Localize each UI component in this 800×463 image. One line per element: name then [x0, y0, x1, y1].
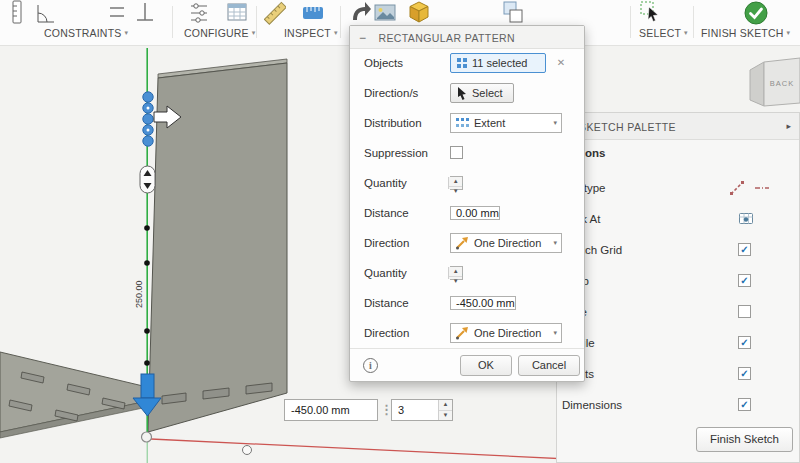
quantity-float-input[interactable]: 3 ▲ ▼	[391, 399, 453, 421]
extent-icon	[455, 117, 469, 129]
dimension-label[interactable]: 250.00	[134, 280, 144, 308]
construction-line-icon[interactable]	[729, 180, 745, 196]
dialog-row-distance-1: Distance 0.00 mm	[350, 198, 584, 228]
objects-label: Objects	[364, 48, 403, 78]
direction-label: Direction	[364, 228, 409, 258]
look-at-icon[interactable]	[738, 211, 754, 227]
menu-configure[interactable]: CONFIGURE▾	[184, 27, 256, 39]
toolbar-separator	[630, 6, 631, 38]
sketch-grid-checkbox[interactable]: ✓	[738, 243, 751, 256]
spin-down-icon[interactable]: ▼	[449, 277, 462, 286]
spin-up-icon[interactable]: ▲	[439, 400, 452, 411]
direction-select-button[interactable]: Select	[450, 83, 514, 103]
points-checkbox[interactable]: ✓	[738, 367, 751, 380]
distance-input-2[interactable]: -450.00 mm	[450, 296, 516, 310]
spin-up-icon[interactable]: ▲	[449, 267, 462, 277]
spin-up-icon[interactable]: ▲	[449, 177, 462, 187]
insert-component-icon[interactable]	[502, 0, 524, 26]
distance-float-input[interactable]: -450.00 mm	[284, 399, 378, 421]
spin-down-icon[interactable]: ▼	[449, 187, 462, 196]
quantity-label: Quantity	[364, 168, 407, 198]
selected-points-cluster[interactable]	[143, 92, 153, 146]
sketch-scale-icon[interactable]	[6, 0, 28, 26]
finish-sketch-check-icon[interactable]	[744, 0, 766, 26]
dimensions-checkbox[interactable]: ✓	[738, 398, 751, 411]
quantity-spinner-2[interactable]: ▲ ▼	[448, 267, 462, 279]
dialog-row-distance-2: Distance -450.00 mm	[350, 288, 584, 318]
quantity-input-1[interactable]: 3 ▲ ▼	[450, 176, 463, 190]
cursor-icon	[457, 86, 467, 100]
viewcube-face-label[interactable]: BACK	[770, 79, 794, 88]
minimize-dialog-icon[interactable]: −	[359, 31, 366, 45]
quantity-input-2[interactable]: 3 ▲ ▼	[450, 266, 463, 280]
suppression-checkbox[interactable]	[450, 146, 463, 159]
direction-label: Direction	[364, 318, 409, 348]
quantity-float-spinner[interactable]: ▲ ▼	[438, 400, 452, 420]
chevron-down-icon: ▾	[553, 119, 557, 127]
one-direction-icon	[455, 236, 469, 250]
dialog-footer: i OK Cancel	[350, 348, 584, 383]
objects-selection-chip[interactable]: 11 selected	[450, 53, 546, 73]
distance-label: Distance	[364, 288, 409, 318]
menu-inspect[interactable]: INSPECT▾	[284, 27, 338, 39]
drag-pill-handle[interactable]	[140, 166, 155, 193]
dialog-row-direction-2: Direction One Direction ▾	[350, 318, 584, 348]
origin-point[interactable]	[142, 432, 152, 442]
direction-dropdown-1[interactable]: One Direction ▾	[450, 233, 562, 253]
info-icon[interactable]: i	[363, 358, 378, 373]
sketch-angle-icon[interactable]	[34, 0, 56, 26]
snap-checkbox[interactable]: ✓	[738, 274, 751, 287]
dialog-row-objects: Objects 11 selected ✕	[350, 48, 584, 78]
toolbar-separator	[256, 6, 257, 38]
insert-image-icon[interactable]	[374, 0, 396, 26]
chevron-down-icon: ▾	[553, 329, 557, 337]
dialog-header[interactable]: − RECTANGULAR PATTERN	[350, 26, 584, 49]
constraint-perpendicular-icon[interactable]	[134, 0, 156, 26]
select-cursor-icon[interactable]	[640, 0, 662, 26]
distribution-dropdown[interactable]: Extent ▾	[450, 113, 562, 133]
clear-selection-icon[interactable]: ✕	[554, 53, 568, 73]
inspect-ruler-icon[interactable]	[264, 0, 286, 26]
dialog-row-direction-1: Direction One Direction ▾	[350, 228, 584, 258]
collapse-panel-icon[interactable]: ▸	[786, 113, 791, 139]
palette-row-points: Points ✓	[557, 361, 799, 387]
insert-mesh-cube-icon[interactable]	[408, 0, 430, 26]
palette-row-slice: Slice	[557, 299, 799, 325]
chevron-down-icon: ▾	[787, 29, 791, 36]
constraint-parallel-icon[interactable]	[106, 0, 128, 26]
menu-constraints[interactable]: CONSTRAINTS▾	[44, 27, 128, 39]
insert-arrow-icon[interactable]	[350, 0, 372, 26]
sketch-point[interactable]	[243, 446, 252, 455]
quantity-label: Quantity	[364, 258, 407, 288]
cancel-button[interactable]: Cancel	[518, 355, 580, 376]
palette-header[interactable]: SKETCH PALETTE ▸	[557, 113, 799, 140]
direction-dropdown-2[interactable]: One Direction ▾	[450, 323, 562, 343]
floor-panel[interactable]	[0, 352, 143, 438]
ok-button[interactable]: OK	[460, 355, 512, 376]
dialog-row-quantity-2: Quantity 3 ▲ ▼	[350, 258, 584, 288]
directions-label: Direction/s	[364, 78, 418, 108]
configure-table-icon[interactable]	[226, 0, 248, 26]
toolbar-separator	[693, 6, 694, 38]
inspect-measure-icon[interactable]	[302, 0, 324, 26]
distribution-label: Distribution	[364, 108, 422, 138]
menu-select[interactable]: SELECT▾	[639, 27, 688, 39]
one-direction-icon	[455, 326, 469, 340]
profile-checkbox[interactable]: ✓	[738, 336, 751, 349]
centerline-icon[interactable]	[754, 180, 770, 196]
quantity-spinner-1[interactable]: ▲ ▼	[448, 177, 462, 189]
finish-sketch-button[interactable]: Finish Sketch	[696, 427, 793, 452]
slice-checkbox[interactable]	[738, 305, 751, 318]
pattern-objects-icon	[457, 58, 467, 68]
viewcube[interactable]: BACK	[750, 58, 800, 106]
palette-row-snap: Snap ✓	[557, 268, 799, 294]
palette-row-linetype: Linetype	[557, 175, 799, 201]
menu-finish-sketch[interactable]: FINISH SKETCH▾	[701, 27, 790, 39]
rectangular-pattern-dialog: − RECTANGULAR PATTERN Objects 11 selecte…	[349, 25, 585, 382]
chevron-down-icon: ▾	[334, 29, 338, 36]
palette-row-profile: Profile ✓	[557, 330, 799, 356]
configure-sliders-icon[interactable]	[188, 0, 210, 26]
spin-down-icon[interactable]: ▼	[439, 411, 452, 421]
palette-row-sketch-grid: Sketch Grid ✓	[557, 237, 799, 263]
distance-input-1[interactable]: 0.00 mm	[450, 206, 500, 220]
